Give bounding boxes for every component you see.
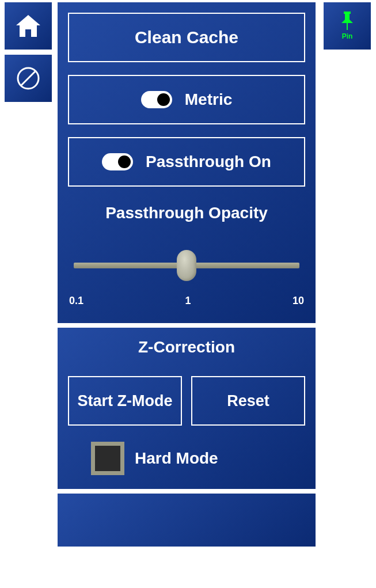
- hard-mode-row: Hard Mode: [91, 442, 305, 475]
- toggle-knob: [157, 93, 170, 106]
- pin-button[interactable]: Pin: [324, 2, 371, 50]
- hard-mode-label: Hard Mode: [135, 449, 218, 468]
- block-icon: [16, 66, 41, 91]
- metric-toggle[interactable]: [141, 91, 172, 108]
- slider-mid-label: 1: [185, 295, 191, 307]
- home-icon: [15, 14, 41, 38]
- passthrough-toggle[interactable]: [102, 153, 133, 170]
- pin-label: Pin: [342, 32, 353, 40]
- reset-label: Reset: [227, 392, 269, 410]
- empty-panel: [58, 494, 316, 547]
- slider-max-label: 10: [293, 295, 304, 307]
- svg-rect-2: [347, 23, 348, 30]
- pin-icon: [340, 12, 354, 31]
- clean-cache-label: Clean Cache: [135, 28, 238, 47]
- opacity-title: Passthrough Opacity: [68, 204, 305, 222]
- svg-line-1: [21, 71, 36, 86]
- checkbox-inner: [95, 446, 120, 471]
- metric-label: Metric: [185, 90, 232, 109]
- passthrough-toggle-row[interactable]: Passthrough On: [68, 137, 305, 187]
- main-column: Clean Cache Metric Passthrough On Passth…: [58, 2, 316, 547]
- toggle-knob: [118, 155, 131, 168]
- z-correction-panel: Z-Correction Start Z-Mode Reset Hard Mod…: [58, 328, 316, 489]
- passthrough-label: Passthrough On: [146, 153, 271, 171]
- app-root: Pin Clean Cache Metric Passthrough On: [0, 0, 376, 588]
- slider-handle[interactable]: [177, 250, 196, 281]
- start-z-mode-label: Start Z-Mode: [78, 392, 173, 410]
- slider-min-label: 0.1: [69, 295, 83, 307]
- opacity-section: Passthrough Opacity 0.1 1 10: [68, 204, 305, 307]
- block-button[interactable]: [5, 55, 52, 102]
- settings-panel: Clean Cache Metric Passthrough On Passth…: [58, 2, 316, 323]
- z-correction-title: Z-Correction: [68, 338, 305, 356]
- hard-mode-checkbox[interactable]: [91, 442, 124, 475]
- clean-cache-button[interactable]: Clean Cache: [68, 13, 305, 62]
- reset-button[interactable]: Reset: [191, 376, 305, 426]
- z-button-row: Start Z-Mode Reset: [68, 376, 305, 426]
- start-z-mode-button[interactable]: Start Z-Mode: [68, 376, 182, 426]
- metric-toggle-row[interactable]: Metric: [68, 75, 305, 124]
- home-button[interactable]: [5, 2, 52, 50]
- opacity-slider[interactable]: [68, 240, 305, 291]
- slider-ticks: 0.1 1 10: [68, 295, 305, 307]
